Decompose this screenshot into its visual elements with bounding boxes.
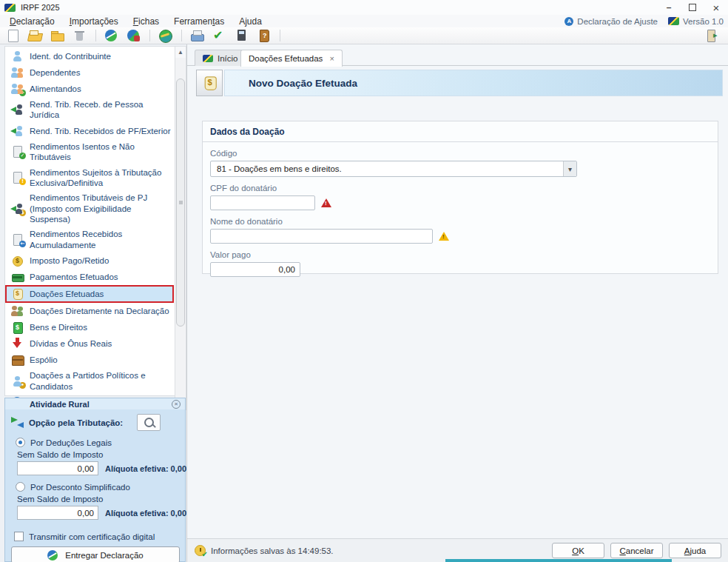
version-logo-icon xyxy=(668,17,679,25)
valor-field: Valor pago xyxy=(203,244,718,277)
ajuda-button[interactable]: Ajuda xyxy=(669,543,721,558)
swirl-lock-icon xyxy=(125,28,143,43)
arrows-icon xyxy=(11,417,24,428)
nome-input[interactable] xyxy=(210,229,433,244)
radio-por-desconto-simplificado[interactable]: Por Desconto Simplificado xyxy=(16,480,179,494)
arrow-person-dark-icon xyxy=(11,104,24,116)
rural-search-button[interactable] xyxy=(137,414,161,431)
maximize-button[interactable] xyxy=(681,0,704,15)
sidebar-item-label: Rendimentos Recebidos Acumuladamente xyxy=(30,229,171,250)
cancelar-button[interactable]: Cancelar xyxy=(610,543,663,558)
radio-label: Por Deduções Legais xyxy=(30,438,112,447)
check-icon xyxy=(211,28,229,43)
scroll-up-icon[interactable]: ▲ xyxy=(175,47,186,58)
sidebar-item-label: Rendimentos Isentos e Não Tributáveis xyxy=(30,141,171,163)
radio-por-deducoes-legais[interactable]: Por Deduções Legais xyxy=(16,435,179,449)
sidebar-item-label: Rend. Trib. Receb. de Pessoa Jurídica xyxy=(30,99,171,121)
doc-dollar-icon xyxy=(11,321,24,333)
new-declaration-button[interactable] xyxy=(4,28,22,43)
sidebar-item-bens-e-direitos[interactable]: Bens e Direitos xyxy=(5,319,174,335)
menu-importacoes[interactable]: Importações xyxy=(63,16,125,27)
open-declaration-button[interactable] xyxy=(27,28,44,43)
tab-doacoes-efetuadas[interactable]: Doações Efetuadas× xyxy=(240,50,343,67)
book-icon xyxy=(255,28,273,43)
radio-icon[interactable] xyxy=(16,438,25,447)
cert-digital-checkbox[interactable] xyxy=(14,532,24,541)
sidebar-item-dividas-e-onus-reais[interactable]: Dívidas e Ônus Reais xyxy=(5,335,174,352)
help-book-button[interactable] xyxy=(255,28,273,43)
menu-ferramentas[interactable]: Ferramentas xyxy=(167,16,231,27)
cert-digital-row[interactable]: Transmitir com certificação digital xyxy=(5,521,185,544)
sidebar-item-rendimentos-tributaveis-de-pj-imposto-com-exigibilidade-suspensa[interactable]: $Rendimentos Tributáveis de PJ (Imposto … xyxy=(5,190,174,227)
cpf-field: CPF do donatário xyxy=(203,177,718,210)
codigo-select[interactable]: 81 - Doações em bens e direitos. xyxy=(210,161,577,177)
cpf-input[interactable] xyxy=(210,195,315,210)
close-button[interactable] xyxy=(704,0,728,15)
sidebar-item-alimentandos[interactable]: +Alimentandos xyxy=(5,81,174,97)
sidebar-item-rendimentos-sujeitos-a-tributacao-exclusiva-definitiva[interactable]: !Rendimentos Sujeitos à Tributação Exclu… xyxy=(5,165,174,191)
chevron-down-icon[interactable] xyxy=(563,161,576,176)
sidebar-item-rend-trib-receb-de-pessoa-juridica[interactable]: Rend. Trib. Receb. de Pessoa Jurídica xyxy=(5,97,174,123)
app-window: IRPF 2025 DeclaraçãoImportaçõesFichasFer… xyxy=(0,0,728,562)
saldo-input[interactable] xyxy=(17,506,98,520)
transmit-globe-button[interactable] xyxy=(157,28,175,43)
declaration-type-label: Declaração de Ajuste xyxy=(577,17,658,26)
sidebar-item-doacoes-efetuadas[interactable]: Doações Efetuadas xyxy=(5,285,174,303)
minimize-button[interactable] xyxy=(657,0,681,15)
sidebar-item-rendimentos-isentos-e-nao-tributaveis[interactable]: ✓Rendimentos Isentos e Não Tributáveis xyxy=(5,139,174,165)
import-certificate-button[interactable] xyxy=(125,28,143,43)
sidebar-item-espolio[interactable]: Espólio xyxy=(5,352,174,368)
sidebar-item-label: Rendimentos Tributáveis de PJ (Imposto c… xyxy=(30,193,171,224)
scroll-thumb[interactable] xyxy=(176,78,185,327)
sidebar-item-ident-do-contribuinte[interactable]: Ident. do Contribuinte xyxy=(5,48,174,64)
nome-label: Nome do donatário xyxy=(210,210,718,229)
menu-right-status: A Declaração de Ajuste Versão 1.0 xyxy=(564,15,724,27)
rural-close-icon[interactable]: × xyxy=(172,400,181,409)
sidebar-item-label: Dívidas e Ônus Reais xyxy=(30,338,171,349)
verify-check-button[interactable] xyxy=(211,28,229,43)
tab-label: Doações Efetuadas xyxy=(249,54,323,63)
folder-button[interactable] xyxy=(49,28,67,43)
exit-button[interactable] xyxy=(704,28,722,43)
sidebar: Ident. do ContribuinteDependentes+Alimen… xyxy=(4,46,186,396)
valor-input[interactable] xyxy=(210,262,300,277)
card-icon xyxy=(11,271,24,283)
rural-header-label: Atividade Rural xyxy=(30,400,90,409)
declaration-type: A Declaração de Ajuste xyxy=(564,17,658,26)
import-receita-button[interactable] xyxy=(103,28,121,43)
saldo-input[interactable] xyxy=(17,461,98,475)
receita-swirl-icon xyxy=(47,549,59,561)
sidebar-item-doacoes-a-partidos-politicos-e-candidatos[interactable]: •Doações a Partidos Políticos e Candidat… xyxy=(5,368,174,394)
delete-button[interactable] xyxy=(71,28,89,43)
print-button[interactable] xyxy=(189,28,206,43)
menu-ajuda[interactable]: Ajuda xyxy=(232,16,269,27)
tab-close-icon[interactable]: × xyxy=(329,54,334,63)
sidebar-item-imposto-pago-retido[interactable]: Imposto Pago/Retido xyxy=(5,252,174,269)
sidebar-item-pagamentos-efetuados[interactable]: Pagamentos Efetuados xyxy=(5,269,174,285)
sidebar-item-label: Rend. Trib. Recebidos de PF/Exterior xyxy=(30,126,171,136)
ok-button[interactable]: OK xyxy=(552,543,604,558)
tab-inicio[interactable]: Início xyxy=(195,50,246,66)
radio-icon[interactable] xyxy=(16,482,25,492)
tab-label: Início xyxy=(218,54,238,63)
persons-plus-icon: + xyxy=(11,83,24,95)
sidebar-item-doacoes-diretamente-na-declaracao[interactable]: Doações Diretamente na Declaração xyxy=(5,303,174,319)
sidebar-item-dependentes[interactable]: Dependentes xyxy=(5,64,174,81)
sidebar-item-rend-trib-recebidos-de-pf-exterior[interactable]: Rend. Trib. Recebidos de PF/Exterior xyxy=(5,123,174,139)
menu-bar: DeclaraçãoImportaçõesFichasFerramentasAj… xyxy=(0,15,728,27)
valor-label: Valor pago xyxy=(210,244,718,262)
sidebar-scrollbar[interactable]: ▲ ▼ xyxy=(175,46,186,410)
doc-blue-icon: ← xyxy=(11,234,24,246)
sidebar-item-rendimentos-recebidos-acumuladamente[interactable]: ←Rendimentos Recebidos Acumuladamente xyxy=(5,227,174,252)
printer-icon xyxy=(189,28,206,43)
sidebar-item-label: Ident. do Contribuinte xyxy=(30,51,171,61)
sidebar-item-label: Rendimentos Sujeitos à Tributação Exclus… xyxy=(30,167,171,189)
menu-fichas[interactable]: Fichas xyxy=(127,16,166,27)
entregar-declaracao-button[interactable]: Entregar Declaração xyxy=(11,546,180,562)
cert-digital-label: Transmitir com certificação digital xyxy=(29,532,155,541)
calculator-button[interactable] xyxy=(233,28,251,43)
menu-declaracao[interactable]: Declaração xyxy=(3,16,61,27)
persons-icon xyxy=(11,67,24,78)
page-banner: Novo Doação Efetuada xyxy=(196,70,723,96)
app-logo-icon xyxy=(4,4,16,12)
